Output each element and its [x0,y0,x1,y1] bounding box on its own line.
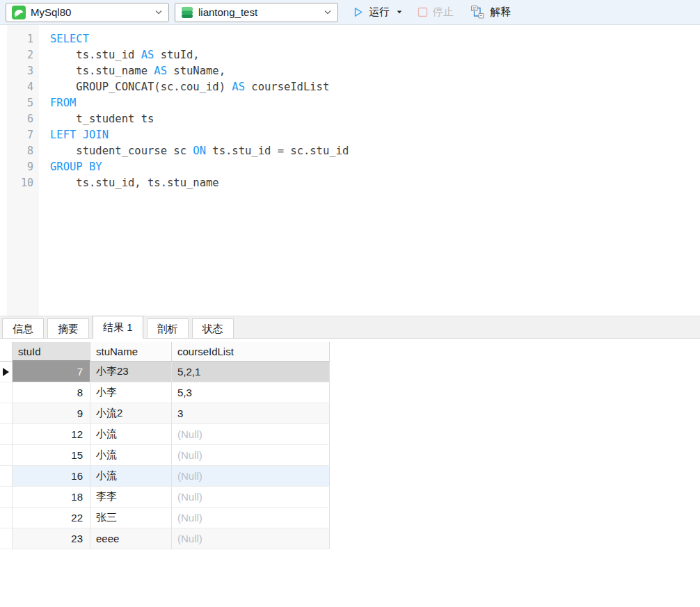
chevron-down-icon [324,10,332,15]
stop-button[interactable]: 停止 [415,3,456,22]
cell-value: (Null) [177,449,202,461]
result-tabstrip: 信息摘要结果 1剖析状态 [0,316,700,339]
table-row[interactable]: 9小流23 [0,403,330,424]
table-row[interactable]: 15小流(Null) [0,445,330,466]
cell-value: (Null) [177,512,202,524]
code-line: SELECT [50,31,349,47]
cell-stuname[interactable]: 小李 [90,382,172,403]
run-label: 运行 [369,6,390,19]
line-number: 9 [7,159,33,175]
cell-value: 8 [77,387,83,398]
stop-label: 停止 [433,6,454,19]
cell-stuid[interactable]: 22 [13,508,90,528]
table-row[interactable]: 12小流(Null) [0,424,330,445]
tab-status[interactable]: 状态 [192,318,234,338]
table-row[interactable]: 22张三(Null) [0,508,330,528]
cell-stuid[interactable]: 18 [13,487,90,508]
code-line: t_student ts [50,111,349,127]
cell-courseidlist[interactable]: (Null) [172,508,330,528]
tab-info[interactable]: 信息 [2,318,44,338]
table-row[interactable]: 7小李235,2,1 [0,362,330,382]
cell-courseidlist[interactable]: (Null) [172,528,330,549]
cell-stuname[interactable]: 张三 [90,508,172,528]
line-number: 2 [7,47,33,63]
mysql-icon [12,6,26,19]
line-number: 1 [7,31,33,47]
cell-stuid[interactable]: 12 [13,424,90,445]
header-gutter-cell[interactable] [0,342,13,362]
cell-stuid[interactable]: 9 [13,403,90,424]
code-line: student_course sc ON ts.stu_id = sc.stu_… [50,143,349,159]
cell-courseidlist[interactable]: (Null) [172,466,330,487]
tab-result[interactable]: 结果 1 [93,316,143,339]
row-gutter-cell[interactable] [0,487,13,508]
tab-summary[interactable]: 摘要 [47,318,89,338]
row-gutter-cell[interactable] [0,508,13,528]
cell-value: 小流 [96,448,117,462]
explain-button[interactable]: 解释 [468,3,514,22]
cell-stuname[interactable]: 小流 [90,466,172,487]
row-gutter-cell[interactable] [0,362,13,382]
connection-value: MySql80 [31,6,71,18]
table-row[interactable]: 16小流(Null) [0,466,330,487]
cell-stuname[interactable]: 小流2 [90,403,172,424]
cell-value: 9 [77,407,83,419]
cell-courseidlist[interactable]: (Null) [172,445,330,466]
cell-stuid[interactable]: 16 [13,466,90,487]
cell-stuid[interactable]: 15 [13,445,90,466]
cell-stuname[interactable]: 小李23 [90,362,172,382]
line-number: 3 [7,63,33,79]
cell-value: 小李 [96,386,117,399]
explain-label: 解释 [490,6,511,19]
toolbar: MySql80 liantong_test 运行 停止 [0,0,700,25]
sql-editor[interactable]: 12345678910 SELECT ts.stu_id AS stuId, t… [0,25,700,316]
row-gutter-cell[interactable] [0,445,13,466]
cell-courseidlist[interactable]: 5,3 [172,382,330,403]
table-row[interactable]: 23eeee(Null) [0,528,330,549]
code-line: ts.stu_id AS stuId, [50,47,349,63]
cell-stuid[interactable]: 23 [13,528,90,549]
chevron-down-icon [154,10,163,15]
result-table-body: 7小李235,2,18小李5,39小流2312小流(Null)15小流(Null… [0,362,330,549]
cell-courseidlist[interactable]: (Null) [172,424,330,445]
table-row[interactable]: 8小李5,3 [0,382,330,403]
code-line: LEFT JOIN [50,127,349,143]
run-dropdown-arrow[interactable] [397,11,401,14]
row-gutter-cell[interactable] [0,382,13,403]
cell-value: (Null) [177,533,202,544]
column-header-stuname[interactable]: stuName [90,342,172,362]
row-gutter-cell[interactable] [0,403,13,424]
cell-value: 7 [77,366,83,378]
connection-select[interactable]: MySql80 [6,3,169,22]
code-line: ts.stu_id, ts.stu_name [50,175,349,191]
cell-stuname[interactable]: 小流 [90,445,172,466]
row-gutter-cell[interactable] [0,466,13,487]
row-gutter-cell[interactable] [0,424,13,445]
column-header-stuid[interactable]: stuId [13,342,90,362]
editor-gutter: 12345678910 [7,25,39,316]
line-number: 4 [7,79,33,95]
tab-profile[interactable]: 剖析 [147,318,189,338]
cell-value: 5,2,1 [177,366,200,378]
table-row[interactable]: 18李李(Null) [0,487,330,508]
cell-stuid[interactable]: 7 [13,362,90,382]
cell-stuname[interactable]: 小流 [90,424,172,445]
database-select[interactable]: liantong_test [175,3,338,22]
cell-value: 3 [177,407,183,419]
cell-value: 18 [71,491,83,503]
database-icon [181,6,193,19]
column-header-courseidlist[interactable]: courseIdList [172,342,330,362]
cell-stuname[interactable]: eeee [90,528,172,549]
explain-icon [470,5,485,19]
cell-courseidlist[interactable]: 5,2,1 [172,362,330,382]
cell-stuname[interactable]: 李李 [90,487,172,508]
cell-value: (Null) [177,470,202,482]
cell-courseidlist[interactable]: 3 [172,403,330,424]
row-gutter-cell[interactable] [0,528,13,549]
run-button[interactable]: 运行 [349,3,405,22]
cell-value: 小流 [96,469,117,483]
code-lines: SELECT ts.stu_id AS stuId, ts.stu_name A… [39,25,349,316]
cell-stuid[interactable]: 8 [13,382,90,403]
cell-courseidlist[interactable]: (Null) [172,487,330,508]
cell-value: eeee [96,533,119,544]
